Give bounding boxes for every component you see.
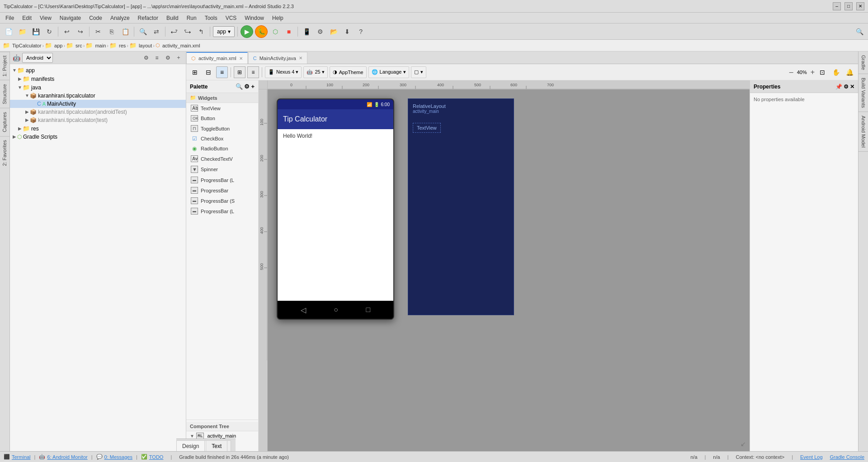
help-button[interactable]: ? xyxy=(355,26,367,37)
tree-item-manifests[interactable]: ▶ 📁 manifests xyxy=(10,75,186,83)
toolbar-redo-button[interactable]: ↪ xyxy=(75,26,86,37)
bc-layout[interactable]: 📁 layout xyxy=(129,42,152,49)
toolbar-paste-button[interactable]: 📋 xyxy=(119,26,131,37)
bc-activity-main[interactable]: ⬡ activity_main.xml xyxy=(156,42,200,48)
orientation-button[interactable]: ▢ ▾ xyxy=(411,66,426,78)
todo-link[interactable]: TODO xyxy=(149,454,164,460)
sdk-manager-button[interactable]: ⚙ xyxy=(314,26,326,37)
toolbar-replace-button[interactable]: ⇄ xyxy=(151,26,162,37)
gradle-console-link[interactable]: Gradle Console xyxy=(830,454,864,460)
project-collapse-button[interactable]: ≡ xyxy=(152,53,161,62)
palette-item-radiobutton[interactable]: ◉ RadioButton xyxy=(186,144,258,154)
sidebar-tab-structure[interactable]: Structure xyxy=(0,80,9,108)
device-file-button[interactable]: 📂 xyxy=(328,26,340,37)
resize-handle[interactable]: ↙ xyxy=(741,440,746,448)
prop-settings-icon[interactable]: ⚙ xyxy=(844,84,849,90)
sidebar-tab-build-variants[interactable]: Build Variants xyxy=(859,74,868,112)
toolbar-back-button[interactable]: ⮐ xyxy=(168,26,180,37)
tree-item-gradle[interactable]: ▶ ⬡ Gradle Scripts xyxy=(10,133,186,141)
palette-item-progressbar-l[interactable]: ▬ ProgressBar (L xyxy=(186,175,258,185)
canvas-area[interactable]: 0 100 200 300 400 500 600 xyxy=(259,80,750,451)
tree-item-androidtest[interactable]: ▶ 📦 karanhirani.tipcalculator (androidTe… xyxy=(10,108,186,116)
palette-item-progressbar[interactable]: ▬ ProgressBar xyxy=(186,185,258,196)
device-selector-button[interactable]: 📱 Nexus 4 ▾ xyxy=(265,66,302,78)
bc-src[interactable]: 📁 src xyxy=(66,42,82,49)
palette-item-progressbar-s[interactable]: ▬ ProgressBar (S xyxy=(186,196,258,206)
debug-button[interactable]: 🐛 xyxy=(255,25,268,38)
minimize-button[interactable]: – xyxy=(833,2,841,10)
toolbar-find-button[interactable]: 🔍 xyxy=(137,26,149,37)
design-view-list-button[interactable]: ≡ xyxy=(216,66,228,78)
palette-item-checkbox[interactable]: ☑ CheckBox xyxy=(186,134,258,144)
attach-debugger-button[interactable]: ⬡ xyxy=(269,26,281,37)
run-button[interactable]: ▶ xyxy=(241,25,253,38)
menu-help[interactable]: Help xyxy=(269,14,287,22)
palette-item-progressbar-l2[interactable]: ▬ ProgressBar (L xyxy=(186,206,258,216)
bc-tipcalculator[interactable]: 📁 TipCalculator xyxy=(3,42,41,49)
tab-design-bottom[interactable]: Design xyxy=(176,440,205,451)
messages-link[interactable]: 0: Messages xyxy=(104,454,132,460)
android-monitor-link[interactable]: 6: Android Monitor xyxy=(47,454,87,460)
theme-button[interactable]: ◑ AppTheme xyxy=(330,66,367,78)
toolbar-cut-button[interactable]: ✂ xyxy=(92,26,104,37)
tree-item-mainactivity[interactable]: C A MainActivity xyxy=(10,100,186,108)
tab-mainactivity-java[interactable]: C MainActivity.java ✕ xyxy=(248,52,307,64)
menu-window[interactable]: Window xyxy=(241,14,268,22)
sidebar-tab-favorites[interactable]: 2: Favorites xyxy=(0,136,9,169)
alerts-button[interactable]: 🔔 xyxy=(844,66,855,78)
toolbar-copy-button[interactable]: ⎘ xyxy=(106,26,118,37)
menu-vcs[interactable]: VCS xyxy=(222,14,241,22)
toolbar-undo-button[interactable]: ↩ xyxy=(61,26,73,37)
menu-run[interactable]: Run xyxy=(183,14,200,22)
tab-close-button[interactable]: ✕ xyxy=(299,56,302,61)
design-view-layout-button[interactable]: ⊟ xyxy=(203,66,214,78)
palette-item-textview[interactable]: Ab TextView xyxy=(186,103,258,113)
palette-item-button[interactable]: OK Button xyxy=(186,113,258,123)
menu-refactor[interactable]: Refactor xyxy=(134,14,162,22)
tab-text-bottom[interactable]: Text xyxy=(206,440,227,451)
language-button[interactable]: 🌐 Language ▾ xyxy=(368,66,409,78)
close-button[interactable]: ✕ xyxy=(856,2,864,10)
palette-close-icon[interactable]: + xyxy=(251,83,255,90)
avd-manager-button[interactable]: 📱 xyxy=(301,26,312,37)
sidebar-tab-android-model[interactable]: Android Model xyxy=(859,112,868,152)
pan-tool-button[interactable]: ✋ xyxy=(830,66,842,78)
tree-item-app[interactable]: ▼ 📁 app xyxy=(10,66,186,75)
terminal-link[interactable]: Terminal xyxy=(12,454,31,460)
tab-activity-main-xml[interactable]: ⬡ activity_main.xml ✕ xyxy=(186,52,248,64)
project-gear-button[interactable]: ⚙ xyxy=(163,53,172,62)
tree-item-java[interactable]: ▼ 📁 java xyxy=(10,83,186,92)
toolbar-forward-button[interactable]: ⮑ xyxy=(182,26,193,37)
palette-item-checkedtextview[interactable]: Av CheckedTextV xyxy=(186,154,258,164)
search-everywhere-button[interactable]: 🔍 xyxy=(854,26,865,37)
toolbar-revert-button[interactable]: ↰ xyxy=(195,26,207,37)
tree-item-res[interactable]: ▶ 📁 res xyxy=(10,124,186,133)
bc-res[interactable]: 📁 res xyxy=(109,42,126,49)
structure-toggle-button[interactable]: ≡ xyxy=(247,66,259,78)
menu-navigate[interactable]: Navigate xyxy=(56,14,85,22)
project-view-select[interactable]: Android Project xyxy=(22,53,53,63)
zoom-fit-button[interactable]: ⊡ xyxy=(816,66,828,78)
project-settings-button[interactable]: ⚙ xyxy=(142,53,151,62)
event-log-link[interactable]: Event Log xyxy=(800,454,823,460)
palette-settings-icon[interactable]: ⚙ xyxy=(244,83,250,90)
sidebar-tab-captures[interactable]: Captures xyxy=(0,108,9,136)
zoom-minus-icon[interactable]: – xyxy=(789,68,793,76)
tree-item-main-package[interactable]: ▼ 📦 karanhirani.tipcalculator xyxy=(10,92,186,100)
palette-toggle-button[interactable]: ⊞ xyxy=(234,66,245,78)
app-config-button[interactable]: app ▾ xyxy=(213,26,235,37)
tree-item-test[interactable]: ▶ 📦 karanhirani.tipcalculator (test) xyxy=(10,116,186,124)
toolbar-new-button[interactable]: 📄 xyxy=(3,26,14,37)
project-plus-button[interactable]: ＋ xyxy=(174,53,183,62)
toolbar-open-button[interactable]: 📁 xyxy=(16,26,28,37)
prop-close-icon[interactable]: ✕ xyxy=(850,84,854,90)
tab-close-button[interactable]: ✕ xyxy=(239,56,243,61)
palette-item-spinner[interactable]: ▼ Spinner xyxy=(186,164,258,175)
api-level-button[interactable]: 🤖 25 ▾ xyxy=(303,66,327,78)
design-view-grid-button[interactable]: ⊞ xyxy=(189,66,201,78)
menu-file[interactable]: File xyxy=(2,14,18,22)
stop-button[interactable]: ■ xyxy=(283,26,295,37)
palette-search-icon[interactable]: 🔍 xyxy=(236,83,243,90)
toolbar-save-button[interactable]: 💾 xyxy=(30,26,42,37)
bc-main[interactable]: 📁 main xyxy=(85,42,106,49)
